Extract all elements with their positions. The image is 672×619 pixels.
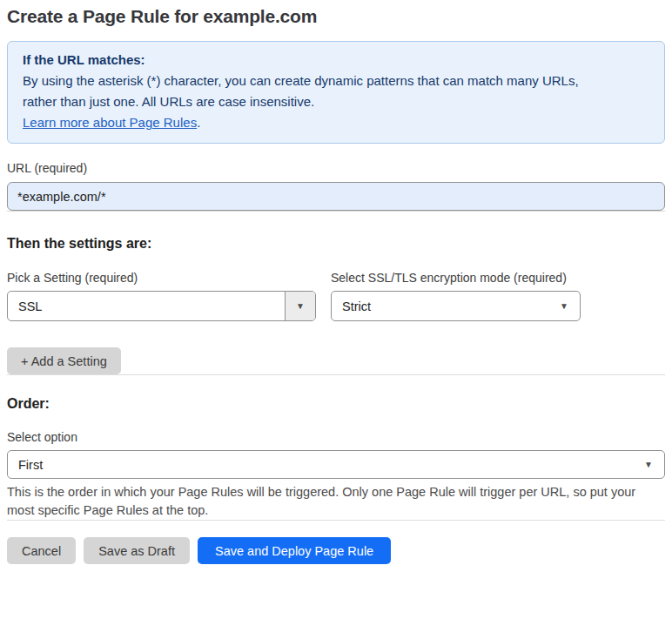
info-box-link-line: Learn more about Page Rules. — [23, 112, 649, 133]
info-box-body-line-1: By using the asterisk (*) character, you… — [23, 71, 649, 91]
setting-select-value: SSL — [8, 299, 285, 313]
order-help-text: This is the order in which your Page Rul… — [7, 483, 665, 520]
chevron-down-icon: ▼ — [644, 461, 664, 469]
save-as-draft-button[interactable]: Save as Draft — [84, 537, 190, 564]
settings-row: Pick a Setting (required) SSL ▼ Select S… — [7, 254, 665, 321]
encryption-mode-label: Select SSL/TLS encryption mode (required… — [331, 270, 581, 286]
divider — [7, 374, 665, 375]
divider — [7, 520, 665, 521]
link-suffix-period: . — [197, 115, 200, 130]
divider — [7, 211, 665, 212]
cancel-button[interactable]: Cancel — [7, 537, 76, 564]
info-box-heading: If the URL matches: — [23, 50, 649, 71]
learn-more-link[interactable]: Learn more about Page Rules — [23, 115, 197, 130]
order-select[interactable]: First ▼ — [7, 450, 665, 479]
settings-section-heading: Then the settings are: — [7, 235, 665, 252]
pick-setting-column: Pick a Setting (required) SSL ▼ — [7, 254, 316, 321]
url-input[interactable] — [7, 182, 665, 211]
save-and-deploy-button[interactable]: Save and Deploy Page Rule — [198, 537, 391, 564]
url-match-info-box: If the URL matches: By using the asteris… — [7, 41, 665, 144]
page-title: Create a Page Rule for example.com — [7, 0, 665, 28]
order-select-label: Select option — [7, 429, 665, 445]
info-box-body-line-2: rather than just one. All URLs are case … — [23, 91, 649, 112]
encryption-mode-column: Select SSL/TLS encryption mode (required… — [331, 254, 581, 321]
encryption-mode-select-value: Strict — [332, 299, 560, 313]
order-select-value: First — [8, 458, 644, 472]
order-help-line-2: most specific Page Rules at the top. — [7, 501, 665, 520]
order-help-line-1: This is the order in which your Page Rul… — [7, 483, 665, 501]
url-field-label: URL (required) — [7, 160, 665, 176]
setting-select[interactable]: SSL ▼ — [7, 291, 316, 321]
encryption-mode-select[interactable]: Strict ▼ — [331, 291, 581, 321]
order-section-heading: Order: — [7, 395, 665, 413]
add-setting-button[interactable]: + Add a Setting — [7, 347, 121, 374]
pick-setting-label: Pick a Setting (required) — [7, 270, 316, 286]
footer-actions: Cancel Save as Draft Save and Deploy Pag… — [7, 537, 665, 564]
chevron-down-icon: ▼ — [560, 302, 580, 311]
dropdown-arrow-box: ▼ — [285, 292, 315, 320]
chevron-down-icon: ▼ — [296, 302, 305, 311]
create-page-rule-page: Create a Page Rule for example.com If th… — [0, 0, 672, 564]
